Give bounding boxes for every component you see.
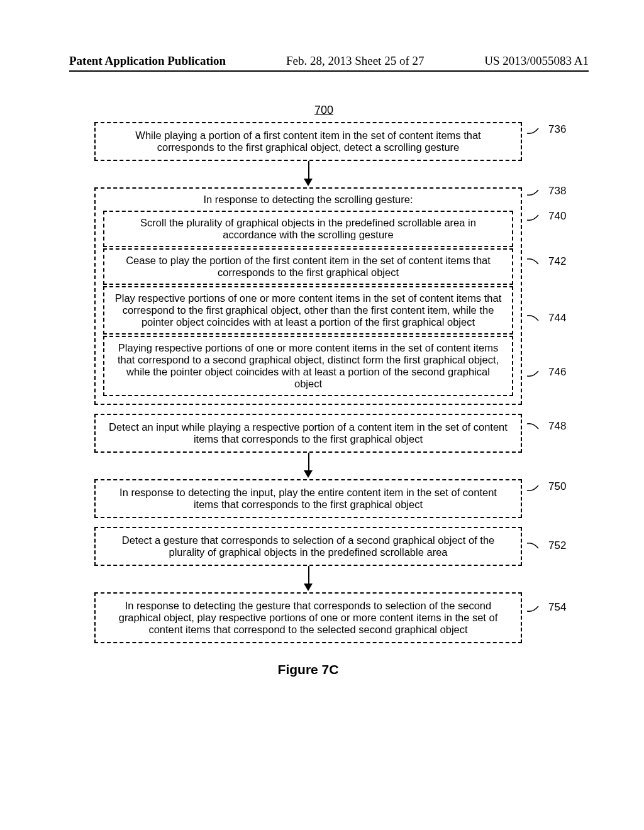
step-container-738: In response to detecting the scrolling g… xyxy=(94,187,522,405)
header-center: Feb. 28, 2013 Sheet 25 of 27 xyxy=(226,54,484,68)
step-box-746: Playing respective portions of one or mo… xyxy=(103,336,513,396)
ref-label: 736 xyxy=(548,123,566,135)
ref-label: 750 xyxy=(548,480,566,492)
ref-748: 748 xyxy=(527,420,566,433)
figure-caption: Figure 7C xyxy=(94,662,522,677)
arrow-icon xyxy=(94,566,522,592)
ref-label: 744 xyxy=(548,312,566,324)
figure-area: 700 While playing a portion of a first c… xyxy=(94,104,553,677)
step-box-752: Detect a gesture that corresponds to sel… xyxy=(94,527,522,566)
ref-label: 742 xyxy=(548,255,566,267)
page: Patent Application Publication Feb. 28, … xyxy=(0,0,644,830)
ref-label: 738 xyxy=(548,185,566,197)
header-left: Patent Application Publication xyxy=(69,54,226,68)
step-box-744: Play respective portions of one or more … xyxy=(103,286,513,335)
step-box-736: While playing a portion of a first conte… xyxy=(94,122,522,161)
ref-label: 752 xyxy=(548,540,566,551)
ref-752: 752 xyxy=(527,540,566,552)
ref-736: 736 xyxy=(527,123,566,136)
ref-750: 750 xyxy=(527,480,566,493)
page-header: Patent Application Publication Feb. 28, … xyxy=(69,54,589,68)
ref-label: 746 xyxy=(548,366,566,378)
step-box-740: Scroll the plurality of graphical object… xyxy=(103,211,513,247)
step-box-742: Cease to play the portion of the first c… xyxy=(103,248,513,285)
container-title: In response to detecting the scrolling g… xyxy=(103,194,513,206)
header-right: US 2013/0055083 A1 xyxy=(484,54,589,68)
arrow-icon xyxy=(94,161,522,187)
figure-number: 700 xyxy=(94,104,553,117)
ref-742: 742 xyxy=(527,255,566,268)
step-box-750: In response to detecting the input, play… xyxy=(94,479,522,518)
ref-754: 754 xyxy=(527,601,566,614)
ref-740: 740 xyxy=(527,210,566,223)
ref-label: 748 xyxy=(548,420,566,432)
ref-label: 740 xyxy=(548,210,566,222)
step-box-754: In response to detecting the gesture tha… xyxy=(94,592,522,643)
ref-746: 746 xyxy=(527,366,566,379)
ref-744: 744 xyxy=(527,312,566,324)
arrow-icon xyxy=(94,453,522,479)
header-rule xyxy=(69,70,589,72)
ref-label: 754 xyxy=(548,601,566,613)
ref-738: 738 xyxy=(527,185,566,197)
step-box-748: Detect an input while playing a respecti… xyxy=(94,414,522,453)
